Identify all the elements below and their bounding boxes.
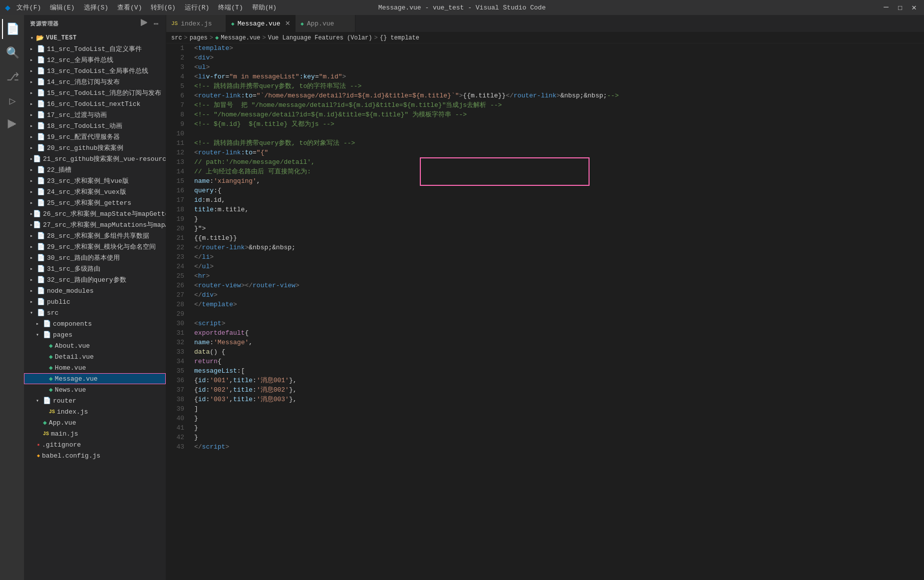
tree-item[interactable]: ▸📄21_src_github搜索案例_vue-resource [24,153,166,164]
menu-run[interactable]: 运行(R) [185,3,209,12]
tree-item[interactable]: ◆About.vue [24,340,166,351]
menu-view[interactable]: 查看(V) [117,3,142,12]
tree-item[interactable]: ▸📄14_src_消息订阅与发布 [24,76,166,87]
search-icon[interactable]: 🔍 [2,43,22,63]
breadcrumb-message-vue[interactable]: Message.vue [221,34,260,41]
tree-item[interactable]: ▸📄20_src_github搜索案例 [24,142,166,153]
explorer-icon[interactable]: 📄 [2,19,22,39]
tree-item[interactable]: ▸📄22_插槽 [24,164,166,175]
root-folder[interactable]: ▾ 📂 VUE_TEST [24,32,166,43]
menu-goto[interactable]: 转到(G) [151,3,175,12]
breadcrumb-volar[interactable]: Vue Language Features (Volar) [268,34,372,41]
tab-vue-icon-1: ◆ [231,20,235,27]
tree-item[interactable]: ▸📄public [24,296,166,307]
tab-message-vue-label: Message.vue [238,20,281,27]
code-line: </ul> [194,262,924,271]
tree-item[interactable]: ✷.gitignore [24,439,166,450]
more-options-icon[interactable]: ⋯ [153,18,160,30]
tree-item[interactable]: ◆Home.vue [24,362,166,373]
code-line: <ul> [194,62,924,72]
tree-item[interactable]: ▸📄25_src_求和案例_getters [24,197,166,208]
line-number: 2 [166,53,184,62]
tree-item[interactable]: JSmain.js [24,428,166,439]
new-file-icon[interactable]: ⯈ [139,18,150,30]
tree-item[interactable]: ▸📄27_src_求和案例_mapMutations与mapActions [24,219,166,230]
tree-item[interactable]: ▸📄15_src_TodoList_消息的订阅与发布 [24,87,166,98]
tree-item[interactable]: ▸📄11_src_TodoList_自定义事件 [24,43,166,54]
code-line: } [194,433,924,442]
close-button[interactable]: ✕ [909,2,919,12]
folder-arrow-icon: ▸ [30,266,37,272]
folder-icon: 📄 [33,221,41,229]
run-icon[interactable]: ▷ [2,91,22,111]
tab-message-vue[interactable]: ◆ Message.vue ✕ [226,15,296,32]
tree-item[interactable]: ▸📄16_src_TodoList_nextTick [24,98,166,109]
line-number: 20 [166,224,184,233]
tree-item[interactable]: ▸📄node_modules [24,285,166,296]
tree-item[interactable]: ▸📄24_src_求和案例_vuex版 [24,186,166,197]
code-wrapper[interactable]: <template> <div> <ul> <li v-for="m in me… [190,43,924,580]
folder-icon: 📄 [37,243,45,251]
tree-item[interactable]: ◆Detail.vue [24,351,166,362]
maximize-button[interactable]: ☐ [895,2,905,12]
tree-item[interactable]: ▸📄17_src_过渡与动画 [24,109,166,120]
tree-item[interactable]: ▸📄32_src_路由的query参数 [24,274,166,285]
tree-item[interactable]: ▸📄13_src_TodoList_全局事件总线 [24,65,166,76]
menu-terminal[interactable]: 终端(T) [218,3,243,12]
code-line: </div> [194,290,924,300]
title-bar-left: ◆ 文件(F) 编辑(E) 选择(S) 查看(V) 转到(G) 运行(R) 终端… [5,2,277,13]
line-number: 27 [166,290,184,300]
tree-item-label: 21_src_github搜索案例_vue-resource [43,154,166,163]
tree-item[interactable]: ▸📄30_src_路由的基本使用 [24,252,166,263]
code-line: <li v-for="m in messageList" :key="m.id"… [194,72,924,81]
main-layout: 📄 🔍 ⎇ ▷ ⯈ 资源管理器 ⯈ ⋯ ▾ 📂 VUE_TEST ▸📄11_sr… [0,15,924,580]
babel-file-icon: ◆ [37,453,40,459]
tree-item[interactable]: ◆App.vue [24,417,166,428]
vue-file-icon: ◆ [43,419,47,427]
line-number: 25 [166,271,184,281]
sidebar: 资源管理器 ⯈ ⋯ ▾ 📂 VUE_TEST ▸📄11_src_TodoList… [24,15,166,580]
tree-item-label: 28_src_求和案例_多组件共享数据 [47,231,149,240]
folder-arrow-icon: ▸ [30,79,37,85]
tree-item[interactable]: ▾📄router [24,395,166,406]
extensions-icon[interactable]: ⯈ [2,115,22,135]
folder-icon: 📄 [37,166,45,174]
tree-item[interactable]: ◆babel.config.js [24,450,166,461]
tree-item-label: 13_src_TodoList_全局事件总线 [47,66,148,75]
tree-item[interactable]: ▸📄18_src_TodoList_动画 [24,120,166,131]
tree-item[interactable]: ▸📄19_src_配置代理服务器 [24,131,166,142]
folder-icon: 📄 [37,78,45,86]
breadcrumb-template[interactable]: {} template [380,34,419,41]
tab-index-js[interactable]: JS index.js [166,15,226,32]
tree-item[interactable]: ▸📄23_src_求和案例_纯vue版 [24,175,166,186]
menu-edit[interactable]: 编辑(E) [50,3,74,12]
menu-file[interactable]: 文件(F) [16,3,41,12]
tree-item[interactable]: ▾📄pages [24,329,166,340]
tree-item-label: 12_src_全局事件总线 [47,55,113,64]
line-number: 14 [166,167,184,176]
tree-item-label: babel.config.js [42,452,100,460]
source-control-icon[interactable]: ⎇ [2,67,22,87]
menu-help[interactable]: 帮助(H) [252,3,277,12]
menu-select[interactable]: 选择(S) [84,3,108,12]
tree-item[interactable]: ▸📄28_src_求和案例_多组件共享数据 [24,230,166,241]
line-number: 33 [166,347,184,357]
minimize-button[interactable]: ─ [881,2,891,12]
folder-arrow-icon: ▸ [30,112,37,118]
tree-item[interactable]: ▸📄31_src_多级路由 [24,263,166,274]
tab-app-vue[interactable]: ◆ App.vue [296,15,355,32]
tab-close-icon[interactable]: ✕ [285,19,290,27]
tree-item[interactable]: ▸📄12_src_全局事件总线 [24,54,166,65]
tree-item[interactable]: ▸📄29_src_求和案例_模块化与命名空间 [24,241,166,252]
tree-item[interactable]: ◆Message.vue [24,373,166,384]
breadcrumb-src[interactable]: src [171,34,182,41]
tree-item[interactable]: ◆News.vue [24,384,166,395]
code-line: <!-- 跳转路由并携带query参数, to的对象写法 --> [194,138,924,148]
tree-item-label: pages [53,331,72,339]
breadcrumb-pages[interactable]: pages [190,34,208,41]
tree-item-label: .gitignore [42,441,81,449]
tree-item[interactable]: ▸📄26_src_求和案例_mapState与mapGetters [24,208,166,219]
tree-item[interactable]: ▾📄src [24,307,166,318]
tree-item[interactable]: JSindex.js [24,406,166,417]
tree-item[interactable]: ▸📄components [24,318,166,329]
